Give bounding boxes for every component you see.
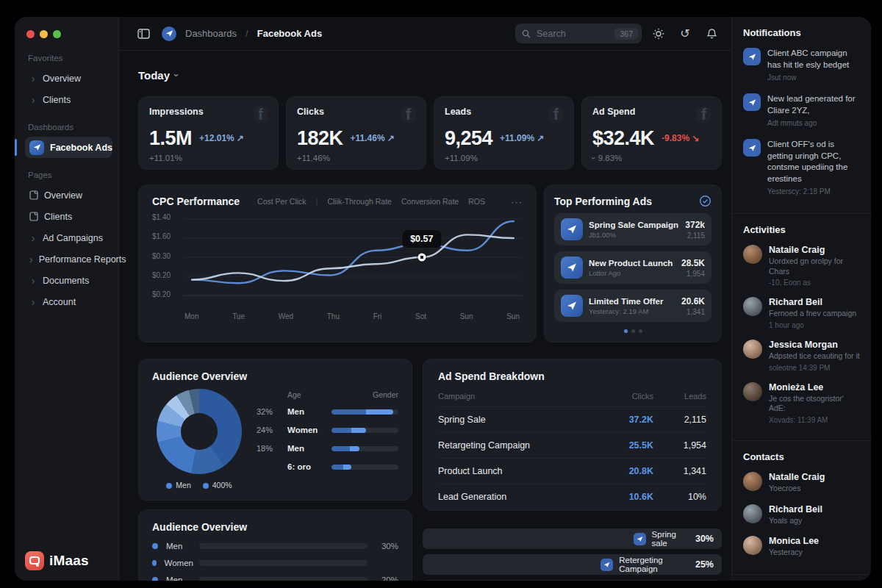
audience-bar [331, 465, 398, 470]
avatar [743, 536, 762, 555]
paper-plane-icon [561, 295, 583, 317]
activity-item[interactable]: Richard BeilFernoed a fnev campaign1 hou… [743, 297, 860, 329]
table-row: Retargeting Campaign 25.5K 1,954 [438, 432, 706, 458]
table-row: Product Launch 20.8K 1,341 [438, 458, 706, 484]
history-icon[interactable]: ↺ [675, 24, 695, 43]
sidebar-item-account[interactable]: › Account [25, 291, 112, 312]
line-chart-plot: $0.57 [183, 213, 523, 307]
breadcrumb-parent[interactable]: Dashboards [185, 28, 237, 39]
tab-ros[interactable]: ROS [468, 197, 485, 206]
activity-desc: Je cos the otsogristor' AdE: [769, 394, 860, 414]
top-ad-item[interactable]: Limited Time OfferYesteracy: 2.19 AM 20.… [554, 290, 711, 322]
x-axis-labels: MonTueWedThuFriSotSunSun [152, 307, 523, 320]
sidebar-item-performance-reports[interactable]: › Performance Reports [25, 248, 112, 270]
sidebar-item-clients[interactable]: › Clients [25, 89, 112, 110]
avatar [743, 472, 762, 491]
kpi-change: +12.01% ↗ [199, 133, 244, 143]
sidebar-toggle-icon[interactable] [134, 24, 153, 43]
audience-title: Audience Overview [152, 370, 247, 382]
sidebar-item-documents[interactable]: › Documents [25, 270, 112, 291]
contact-item[interactable]: Richard BeilYoals agy [743, 504, 860, 526]
audience-row: 6: oro [257, 462, 398, 471]
top-ad-item[interactable]: New Product LaunchLottor Ago 28.5K1,954 [554, 251, 711, 284]
more-options-icon[interactable]: ··· [511, 196, 523, 207]
kpi-change: +11.46% ↗ [351, 133, 395, 143]
breadcrumb-current: Facebook Ads [257, 28, 322, 39]
document-icon [29, 190, 38, 200]
zoom-button[interactable] [53, 30, 61, 38]
contacts-title: Contacts [743, 451, 860, 462]
tab-conversion-rate[interactable]: Conversion Rate [401, 197, 459, 206]
table-row: Lead Generation 10.6K 10% [438, 484, 706, 509]
search-shortcut-badge: 367 [614, 28, 638, 40]
sidebar-item-overview[interactable]: › Overview [25, 68, 112, 89]
contact-item[interactable]: Monica LeeYesteracy [743, 536, 860, 558]
sidebar-item-pages-clients[interactable]: Clients [25, 206, 112, 227]
kpi-value: 182K [297, 127, 343, 150]
sidebar-item-label: Ad Campaigns [43, 233, 103, 243]
page-dot[interactable] [624, 329, 628, 333]
close-button[interactable] [26, 30, 35, 38]
activity-item[interactable]: Jessica MorganAdpsted tice ceauting for … [743, 340, 860, 372]
audience-row: 24% Women [257, 426, 398, 434]
ad-metric-1: 28.5K [681, 258, 705, 268]
notification-item[interactable]: Client OFF's od is getting uringh CPC, c… [743, 139, 860, 196]
topbar: Dashboards / Facebook Ads 367 ↺ [119, 17, 731, 51]
chevron-right-icon: › [29, 254, 33, 265]
contact-item[interactable]: Natalle CraigYoecroes [743, 472, 860, 494]
notifications-bell-icon[interactable] [702, 24, 721, 43]
kpi-subvalue: +11.46% [297, 154, 415, 162]
ad-subtitle: Jb1.00% [589, 231, 679, 239]
campaign-progress-bar: Spring sale 30% [423, 528, 722, 549]
minimize-button[interactable] [40, 30, 48, 38]
sidebar-item-label: Clients [44, 212, 72, 222]
theme-sun-icon[interactable] [649, 24, 668, 43]
avatar [743, 245, 762, 264]
activity-desc: Uordxed gn orolpy for Chars [769, 257, 860, 276]
activity-time: -10, Eoon as [769, 279, 860, 287]
audience-bar [331, 428, 398, 433]
ad-title: New Product Launch [589, 259, 675, 268]
tab-separator: | [316, 197, 318, 206]
notification-item[interactable]: Client ABC campaign has hit tle esly bed… [743, 48, 860, 82]
kpi-title: Clicks [297, 107, 324, 117]
legend-item: Men [166, 481, 190, 490]
paper-plane-icon [561, 218, 583, 240]
audience-bar [331, 446, 398, 451]
active-indicator [15, 139, 17, 156]
sidebar-item-ad-campaigns[interactable]: › Ad Campaigns [25, 227, 112, 248]
avatar [743, 340, 762, 359]
notification-item[interactable]: New lead generated for Cliare 2YZ,Adt mm… [743, 93, 860, 127]
activity-item[interactable]: Monieża LeeJe cos the otsogristor' AdE:X… [743, 382, 860, 424]
sidebar-section-dashboards-label: Dashboards [25, 123, 112, 132]
date-filter-dropdown[interactable]: Today › [138, 65, 178, 85]
contacts-section-2: Contacts Monicl BeilPontens [732, 575, 871, 581]
date-filter-label: Today [138, 69, 170, 82]
contact-name: Monica Lee [769, 536, 819, 546]
audience2-title: Audience Overview [152, 521, 247, 533]
facebook-icon: f [549, 107, 563, 123]
check-circle-icon[interactable] [699, 195, 711, 207]
chart-marker-dot [417, 254, 426, 262]
tab-cost-per-click[interactable]: Cost Per Click [257, 197, 306, 206]
search-input[interactable] [535, 28, 604, 40]
chevron-down-icon: › [589, 157, 598, 159]
page-dot[interactable] [639, 329, 642, 333]
kpi-title: Leads [445, 107, 471, 117]
sidebar-section-pages-label: Pages [25, 171, 112, 179]
pagination-dots [554, 329, 711, 333]
campaign-progress-bar [423, 580, 722, 581]
sidebar-item-pages-overview[interactable]: Overview [25, 184, 112, 206]
audience-overview-card-2: Audience Overview Men 30% Women Me [138, 509, 412, 581]
trend-up-icon: ↗ [537, 133, 544, 143]
activity-item[interactable]: Nataile CraigUordxed gn orolpy for Chars… [743, 245, 860, 287]
contacts-section: Contacts Natalle CraigYoecroes Richard B… [732, 441, 871, 575]
legend-dot-icon [152, 577, 158, 581]
sidebar-item-facebook-ads[interactable]: Facebook Ads [25, 137, 112, 158]
tab-click-through-rate[interactable]: Cliik-Through Rate [327, 197, 392, 206]
app-logo: iMaas [25, 551, 89, 570]
page-dot[interactable] [631, 329, 635, 333]
top-ad-item[interactable]: Spring Sale CampaignJb1.00% 372k2,115 [554, 213, 711, 245]
legend-item: 400% [203, 481, 232, 490]
search-box[interactable]: 367 [515, 24, 642, 43]
